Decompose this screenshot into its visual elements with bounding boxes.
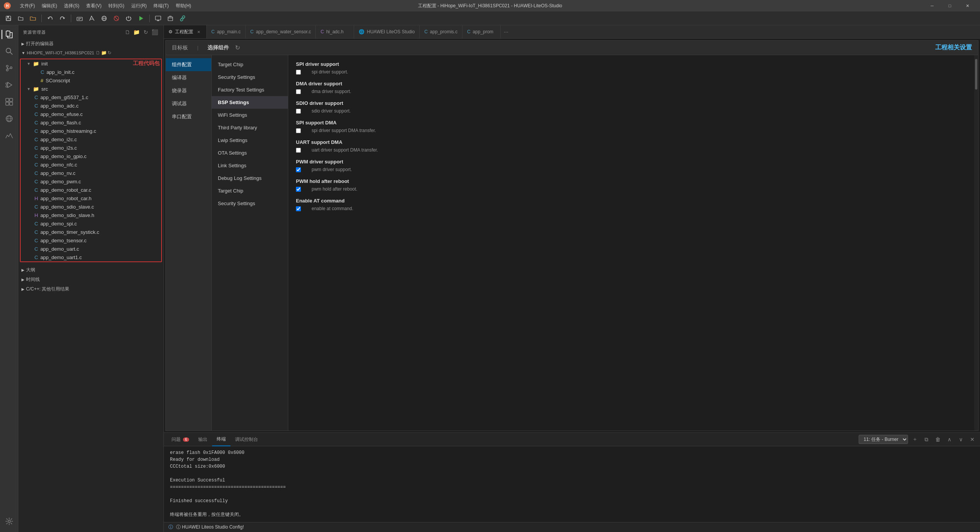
activity-settings[interactable] — [2, 514, 17, 529]
delete-terminal-btn[interactable]: 🗑 — [933, 435, 942, 444]
list-item[interactable]: Capp_demo_flash.c — [21, 118, 161, 127]
opened-editors-section[interactable]: ▶ 打开的编辑器 — [18, 39, 163, 49]
nav-item-compiler[interactable]: 编译器 — [166, 71, 211, 84]
list-item[interactable]: Capp_demo_uart.c — [21, 245, 161, 253]
list-item[interactable]: Capp_demo_robot_car.c — [21, 186, 161, 194]
tabs-more-btn[interactable]: ··· — [501, 25, 511, 38]
collapse-icon[interactable]: ⬛ — [151, 28, 159, 36]
menu-item-third-party[interactable]: Third Party library — [212, 121, 288, 134]
open-file-btn[interactable] — [15, 13, 26, 24]
package-btn[interactable] — [165, 13, 176, 24]
monitor-btn[interactable] — [153, 13, 163, 24]
activity-search[interactable] — [2, 44, 17, 59]
menu-help[interactable]: 帮助(H) — [173, 2, 194, 10]
menu-item-security-settings-1[interactable]: Security Settings — [212, 71, 288, 83]
menu-item-lwip[interactable]: Lwip Settings — [212, 134, 288, 147]
minimize-button[interactable]: ─ — [923, 0, 941, 11]
menu-run[interactable]: 运行(R) — [128, 2, 150, 10]
tab-liteos-studio[interactable]: 🌐 HUAWEI LiteOS Studio — [354, 25, 420, 38]
dma-driver-checkbox[interactable] — [296, 89, 301, 94]
config-tab-close[interactable]: ✕ — [196, 29, 202, 35]
close-button[interactable]: ✕ — [959, 0, 976, 11]
activity-explorer[interactable] — [2, 27, 17, 42]
menu-item-security-settings-2[interactable]: Security Settings — [212, 197, 288, 210]
pwm-driver-checkbox[interactable] — [296, 167, 301, 172]
menu-select[interactable]: 选择(S) — [61, 2, 82, 10]
list-item[interactable]: Capp_demo_spi.c — [21, 219, 161, 228]
undo-btn[interactable] — [45, 13, 56, 24]
open-folder-btn[interactable] — [28, 13, 38, 24]
menu-item-bsp-settings[interactable]: BSP Settings — [212, 96, 288, 109]
task-select[interactable]: 11: 任务 - Burner — [859, 435, 908, 444]
nav-item-burner[interactable]: 烧录器 — [166, 84, 211, 97]
activity-source-control[interactable] — [2, 60, 17, 76]
build-btn[interactable] — [74, 13, 85, 24]
menu-item-ota[interactable]: OTA Settings — [212, 147, 288, 159]
refs-section[interactable]: ▶ C/C++: 其他引用结果 — [18, 284, 163, 294]
tree-file-app-io-init[interactable]: C app_io_init.c — [21, 68, 161, 76]
menu-item-target-chip-2[interactable]: Target Chip — [212, 184, 288, 197]
add-terminal-btn[interactable]: ＋ — [910, 435, 920, 444]
settings-scrollbar[interactable] — [974, 55, 978, 431]
list-item[interactable]: Capp_demo_pwm.c — [21, 177, 161, 186]
menu-view[interactable]: 查看(V) — [83, 2, 105, 10]
menu-item-target-chip-1[interactable]: Target Chip — [212, 58, 288, 71]
activity-run-debug[interactable] — [2, 77, 17, 93]
menu-goto[interactable]: 转到(G) — [105, 2, 127, 10]
refresh-proj-icon[interactable]: ↻ — [108, 50, 111, 55]
sdio-driver-checkbox[interactable] — [296, 109, 301, 114]
tab-app-main[interactable]: C app_main.c — [207, 25, 246, 38]
uart-dma-checkbox[interactable] — [296, 148, 301, 153]
tab-output[interactable]: 输出 — [194, 433, 212, 446]
project-section-header[interactable]: ▼ HIHOPE_WIFI-IOT_HI3861SPC021 🗋 📁 ↻ — [18, 49, 163, 57]
tab-app-promis[interactable]: C app_promis.c — [420, 25, 462, 38]
new-file-icon[interactable]: 🗋 — [124, 28, 131, 36]
list-item[interactable]: Capp_demo_tsensor.c — [21, 236, 161, 245]
list-item[interactable]: Capp_demo_nv.c — [21, 169, 161, 177]
list-item[interactable]: Capp_dem_gl5537_1.c — [21, 93, 161, 101]
list-item[interactable]: Capp_demo_uart1.c — [21, 253, 161, 261]
list-item[interactable]: Capp_demo_i2s.c — [21, 144, 161, 152]
config-tab-mubiao[interactable]: 目标板 — [172, 44, 188, 51]
list-item[interactable]: Capp_demo_adc.c — [21, 101, 161, 110]
list-item[interactable]: Capp_demo_efuse.c — [21, 110, 161, 118]
power-btn[interactable] — [123, 13, 134, 24]
timeline-section[interactable]: ▶ 时间线 — [18, 275, 163, 284]
list-item[interactable]: Capp_demo_i2c.c — [21, 135, 161, 144]
tree-folder-src[interactable]: ▼ 📁 src — [21, 85, 161, 93]
nav-item-component[interactable]: 组件配置 — [166, 58, 211, 71]
block-btn[interactable] — [111, 13, 122, 24]
terminal-down-btn[interactable]: ∨ — [956, 435, 965, 444]
nav-item-debugger[interactable]: 调试器 — [166, 97, 211, 110]
nav-item-serial[interactable]: 串口配置 — [166, 110, 211, 123]
menu-item-link[interactable]: Link Settings — [212, 159, 288, 172]
spi-driver-checkbox[interactable] — [296, 70, 301, 75]
activity-charts[interactable] — [2, 128, 17, 143]
save-toolbar-btn[interactable] — [3, 13, 14, 24]
tab-water-sensor[interactable]: C app_demo_water_sensor.c — [246, 25, 316, 38]
list-item[interactable]: Capp_demo_nfc.c — [21, 160, 161, 169]
run-btn[interactable] — [136, 13, 146, 24]
tab-problems[interactable]: 问题 6 — [167, 433, 194, 446]
menu-terminal[interactable]: 终端(T) — [150, 2, 172, 10]
menu-item-debug-log[interactable]: Debug Log Settings — [212, 172, 288, 184]
tree-file-sconscript[interactable]: # SConscript — [21, 76, 161, 85]
list-item[interactable]: Capp_demo_io_gpio.c — [21, 152, 161, 160]
list-item[interactable]: Happ_demo_robot_car.h — [21, 194, 161, 202]
pwm-reboot-checkbox[interactable] — [296, 187, 301, 192]
split-terminal-btn[interactable]: ⧉ — [922, 435, 931, 444]
tab-app-prom[interactable]: C app_prom — [462, 25, 501, 38]
terminal-up-btn[interactable]: ∧ — [945, 435, 954, 444]
close-panel-btn[interactable]: ✕ — [968, 435, 977, 444]
list-item[interactable]: Capp_demo_histreaming.c — [21, 127, 161, 135]
new-folder-proj-icon[interactable]: 📁 — [101, 50, 107, 55]
link-btn[interactable] — [177, 13, 188, 24]
list-item[interactable]: Capp_demo_sdio_slave.c — [21, 202, 161, 211]
tab-debug-console[interactable]: 调试控制台 — [230, 433, 263, 446]
menu-item-factory-test[interactable]: Factory Test Settings — [212, 83, 288, 96]
menu-item-wifi-settings[interactable]: WiFi Settings — [212, 109, 288, 121]
config-tab-xuanze[interactable]: 选择组件 — [207, 44, 229, 51]
list-item[interactable]: Capp_demo_timer_systick.c — [21, 228, 161, 236]
config-refresh-btn[interactable]: ↻ — [235, 44, 240, 51]
redo-btn[interactable] — [57, 13, 68, 24]
